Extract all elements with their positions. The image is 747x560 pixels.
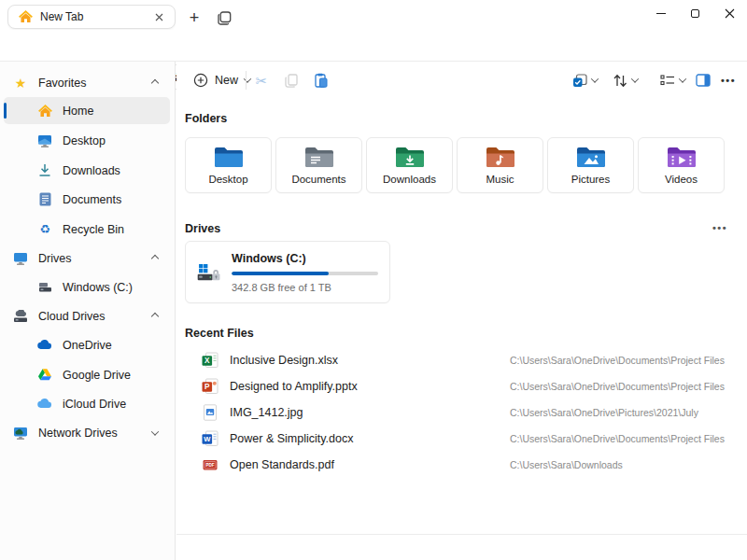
command-bar: New ✂ (176, 62, 747, 97)
scissors-icon: ✂ (256, 74, 268, 88)
maximize-button[interactable] (678, 0, 712, 27)
word-file-icon: W (202, 430, 218, 447)
copy-button[interactable] (279, 69, 303, 91)
tab-overview-button[interactable] (213, 7, 235, 29)
sort-icon (613, 74, 627, 88)
svg-text:W: W (204, 435, 211, 443)
more-icon: ••• (721, 75, 736, 86)
recent-file-row[interactable]: P Designed to Amplify.pptx C:\Users\Sara… (185, 374, 740, 399)
tab-label: New Tab (40, 10, 150, 23)
sidebar-item-onedrive[interactable]: OneDrive (4, 331, 170, 358)
onedrive-icon (37, 340, 52, 350)
desktop-folder-icon (214, 146, 244, 170)
tab-new-tab[interactable]: New Tab (7, 5, 176, 29)
svg-text:PDF: PDF (205, 463, 214, 468)
view-list-icon (660, 74, 675, 87)
minimize-button[interactable] (643, 0, 678, 27)
cloud-drive-icon (13, 310, 28, 323)
drive-usage-bar (232, 272, 378, 275)
sidebar-item-home[interactable]: Home (4, 97, 170, 124)
collapse-icon[interactable] (151, 312, 159, 319)
close-button[interactable] (712, 0, 747, 27)
sidebar-item-recycle-bin[interactable]: ♻ Recycle Bin (4, 216, 170, 243)
documents-folder-icon (304, 146, 334, 170)
drive-name: Windows (C:) (232, 252, 378, 265)
sidebar-item-google-drive[interactable]: Google Drive (4, 361, 170, 388)
google-drive-icon (37, 369, 52, 381)
see-more-button[interactable]: ••• (716, 69, 740, 91)
panel-icon (696, 74, 711, 87)
recent-file-row[interactable]: IMG_1412.jpg C:\Users\Sara\OneDrive\Pict… (185, 400, 740, 425)
system-drive-icon (197, 259, 220, 287)
select-icon (572, 74, 587, 88)
icloud-icon (37, 399, 52, 409)
drives-see-more-button[interactable]: ••• (707, 218, 733, 237)
details-pane-button[interactable] (691, 69, 715, 91)
folder-tile-downloads[interactable]: Downloads (366, 137, 453, 193)
image-file-icon (202, 404, 218, 421)
file-path: C:\Users\Sara\Downloads (510, 459, 623, 470)
folder-tile-music[interactable]: Music (457, 137, 543, 193)
cut-button[interactable]: ✂ (249, 69, 274, 91)
network-drive-icon (13, 427, 28, 440)
download-icon (37, 163, 52, 177)
sidebar: ★ Favorites Home Desktop Downloads (0, 62, 176, 560)
window-controls (643, 0, 747, 27)
powerpoint-file-icon: P (202, 378, 218, 395)
chevron-down-icon (590, 75, 598, 82)
file-path: C:\Users\Sara\OneDrive\Documents\Project… (510, 433, 725, 444)
svg-text:X: X (204, 357, 210, 365)
recent-file-row[interactable]: PDF Open Standards.pdf C:\Users\Sara\Dow… (185, 453, 740, 477)
file-path: C:\Users\Sara\OneDrive\Documents\Project… (510, 355, 725, 366)
sidebar-section-cloud-drives[interactable]: Cloud Drives (4, 302, 170, 329)
select-button[interactable] (567, 69, 602, 91)
plus-circle-icon (193, 73, 208, 88)
paste-icon (315, 73, 328, 88)
recent-file-row[interactable]: X Inclusive Design.xlsx C:\Users\Sara\On… (185, 348, 740, 372)
collapse-icon[interactable] (151, 254, 159, 261)
sidebar-item-documents[interactable]: Documents (4, 186, 170, 213)
paste-button[interactable] (309, 69, 333, 91)
view-button[interactable] (655, 69, 690, 91)
chevron-down-icon (678, 75, 685, 82)
drive-usage-text: 342.8 GB free of 1 TB (232, 282, 378, 293)
sidebar-item-windows-c[interactable]: Windows (C:) (4, 273, 170, 301)
folder-tile-pictures[interactable]: Pictures (547, 137, 634, 193)
svg-text:P: P (204, 383, 210, 391)
close-icon (725, 8, 735, 19)
downloads-folder-icon (395, 146, 425, 170)
sidebar-item-icloud-drive[interactable]: iCloud Drive (4, 390, 170, 417)
star-icon: ★ (13, 77, 28, 90)
file-explorer-window: New Tab + New T (0, 0, 747, 560)
pdf-file-icon: PDF (202, 456, 218, 473)
collapse-icon[interactable] (151, 78, 159, 86)
new-tab-button[interactable]: + (183, 7, 205, 29)
main-content: New ✂ (176, 62, 747, 560)
excel-file-icon: X (202, 352, 218, 369)
sidebar-section-favorites[interactable]: ★ Favorites (4, 69, 170, 96)
folder-tile-documents[interactable]: Documents (275, 137, 362, 193)
folder-tile-videos[interactable]: Videos (638, 137, 725, 193)
monitor-icon (13, 252, 28, 265)
recent-file-row[interactable]: W Power & Simplicity.docx C:\Users\Sara\… (185, 427, 740, 451)
new-button[interactable]: New (185, 67, 259, 93)
drive-card-windows-c[interactable]: Windows (C:) 342.8 GB free of 1 TB (185, 241, 390, 303)
copy-icon (285, 74, 298, 88)
more-icon: ••• (712, 222, 727, 233)
sort-button[interactable] (607, 69, 642, 91)
desktop-icon (37, 134, 52, 147)
folder-tile-desktop[interactable]: Desktop (185, 137, 272, 193)
sidebar-item-downloads[interactable]: Downloads (4, 157, 170, 184)
drives-heading: Drives (185, 222, 220, 235)
drive-usage-fill (232, 272, 329, 275)
tab-close-icon[interactable] (150, 8, 167, 25)
expand-icon[interactable] (151, 427, 159, 435)
folders-heading: Folders (185, 112, 227, 125)
sidebar-section-drives[interactable]: Drives (4, 245, 170, 272)
recycle-bin-icon: ♻ (37, 223, 52, 235)
sidebar-section-network-drives[interactable]: Network Drives (4, 419, 170, 446)
sidebar-item-desktop[interactable]: Desktop (4, 127, 170, 154)
maximize-icon (691, 9, 699, 18)
file-path: C:\Users\Sara\OneDrive\Pictures\2021\Jul… (510, 407, 698, 418)
pictures-folder-icon (576, 146, 606, 170)
